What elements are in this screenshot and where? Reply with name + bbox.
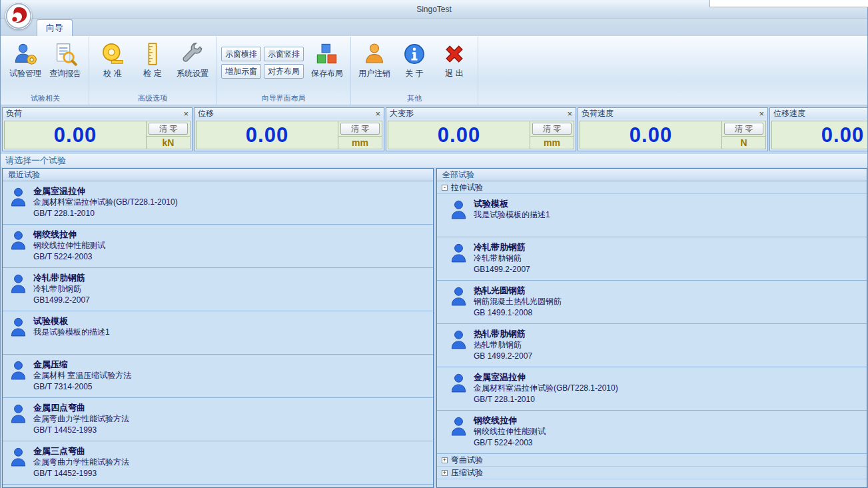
gauge-value: 0.00 bbox=[5, 121, 146, 149]
tree-group[interactable]: -拉伸试验 bbox=[437, 181, 867, 194]
ribbon-button-label: 退 出 bbox=[445, 68, 463, 79]
test-item-title: 试验模板 bbox=[33, 316, 110, 327]
about-button[interactable]: 关 于 bbox=[394, 39, 434, 79]
test-item[interactable]: 金属压缩金属材料 室温压缩试验方法GB/T 7314-2005 bbox=[3, 355, 433, 398]
test-item-standard: GB/T 14452-1993 bbox=[33, 425, 129, 436]
test-item-standard: GB/T 228.1-2010 bbox=[33, 208, 178, 219]
test-item-text: 试验模板我是试验模板的描述1 bbox=[33, 316, 110, 354]
gauge-side-column: 清 零mm bbox=[530, 121, 574, 149]
test-item-description: 金属材料室温拉伸试验(GB/T228.1-2010) bbox=[33, 197, 178, 208]
report-search-icon bbox=[53, 42, 77, 66]
ribbon-group-3: 用户注销关 于退 出其他 bbox=[351, 37, 478, 105]
test-item[interactable]: 冷轧带肋钢筋冷轧带肋钢筋GB1499.2-2007 bbox=[437, 237, 867, 281]
gauge-label: 大变形 bbox=[390, 108, 414, 119]
gauge-value: 0.00 bbox=[388, 121, 530, 149]
tree-group[interactable]: +压缩试验 bbox=[437, 467, 867, 479]
person-icon bbox=[10, 186, 27, 224]
person-icon bbox=[450, 415, 467, 453]
ribbon-group-caption: 向导界面布局 bbox=[217, 93, 350, 103]
close-icon[interactable]: × bbox=[183, 109, 189, 118]
query-report-button[interactable]: 查询报告 bbox=[45, 39, 85, 79]
system-settings-button[interactable]: 系统设置 bbox=[173, 39, 213, 79]
clear-zero-button[interactable]: 清 零 bbox=[724, 123, 763, 135]
verify-button[interactable]: 检 定 bbox=[133, 39, 173, 79]
person-icon bbox=[10, 446, 27, 484]
clear-zero-button[interactable]: 清 零 bbox=[532, 123, 572, 135]
ribbon-button-label: 检 定 bbox=[143, 68, 161, 79]
test-item-text: 金属压缩金属材料 室温压缩试验方法GB/T 7314-2005 bbox=[33, 359, 131, 397]
app-menu-button[interactable] bbox=[5, 3, 32, 29]
test-item-standard: GB/T 7314-2005 bbox=[33, 381, 131, 393]
close-icon[interactable]: × bbox=[759, 109, 764, 118]
ribbon-group-caption: 其他 bbox=[351, 93, 478, 103]
expand-icon[interactable]: + bbox=[442, 470, 448, 476]
test-item[interactable]: 冷轧带肋钢筋冷轧带肋钢筋GB1499.2-2007 bbox=[3, 268, 433, 311]
calibrate-button[interactable]: 校 准 bbox=[93, 39, 133, 79]
test-item-description: 热轧带肋钢筋 bbox=[474, 339, 532, 351]
test-item[interactable]: 金属四点弯曲金属弯曲力学性能试验方法GB/T 14452-1993 bbox=[3, 398, 433, 441]
gauge-header: 位移速度× bbox=[770, 108, 867, 119]
align-layout-button[interactable]: 对齐布局 bbox=[264, 64, 304, 79]
clear-zero-button[interactable]: 清 零 bbox=[340, 123, 380, 135]
test-item-title: 钢绞线拉伸 bbox=[474, 415, 546, 426]
test-item-title: 冷轧带肋钢筋 bbox=[474, 242, 530, 253]
close-icon[interactable]: × bbox=[375, 109, 380, 118]
close-icon[interactable]: × bbox=[567, 109, 572, 118]
test-item[interactable]: 试验模板我是试验模板的描述1 bbox=[3, 311, 433, 355]
test-item[interactable]: 热轧带肋钢筋热轧带肋钢筋GB 1499.2-2007 bbox=[437, 324, 867, 367]
test-item-title: 金属四点弯曲 bbox=[33, 403, 129, 413]
gauge-display: 0.00清 零mm bbox=[388, 121, 574, 149]
application-window: SingoTest 向导 试验管理查询报告试验相关校 准检 定系统设置高级选项示… bbox=[0, 0, 868, 488]
test-item[interactable]: 钢绞线拉伸钢绞线拉伸性能测试GB/T 5224-2003 bbox=[3, 225, 433, 268]
tree-group[interactable]: +弯曲试验 bbox=[437, 454, 867, 467]
test-item-text: 金属三点弯曲金属弯曲力学性能试验方法GB/T 14452-1993 bbox=[33, 446, 129, 484]
test-item-description: 我是试验模板的描述1 bbox=[474, 209, 550, 221]
ribbon-button-label: 校 准 bbox=[103, 68, 121, 79]
tab-wizard[interactable]: 向导 bbox=[37, 19, 73, 36]
person-icon bbox=[10, 359, 27, 397]
exit-button[interactable]: 退 出 bbox=[434, 39, 474, 79]
test-item[interactable]: 热轧光圆钢筋钢筋混凝土热轧光圆钢筋GB 1499.1-2008 bbox=[437, 281, 867, 324]
test-item[interactable]: 金属三点弯曲金属弯曲力学性能试验方法GB/T 14452-1993 bbox=[3, 441, 433, 485]
gauge-label: 位移速度 bbox=[773, 108, 805, 119]
test-item[interactable]: 金属室温拉伸金属材料室温拉伸试验(GB/T228.1-2010)GB/T 228… bbox=[437, 367, 867, 411]
background-window-fragment bbox=[709, 0, 868, 7]
save-layout-button[interactable]: 保存布局 bbox=[307, 39, 347, 79]
test-item-title: 金属室温拉伸 bbox=[474, 372, 618, 383]
test-item-title: 热轧光圆钢筋 bbox=[474, 285, 562, 296]
add-window-button[interactable]: 增加示窗 bbox=[221, 64, 261, 79]
test-selection-area: 最近试验 金属室温拉伸金属材料室温拉伸试验(GB/T228.1-2010)GB/… bbox=[1, 167, 867, 488]
test-item-title: 冷轧带肋钢筋 bbox=[33, 273, 90, 283]
test-item-title: 热轧带肋钢筋 bbox=[474, 329, 532, 339]
test-management-button[interactable]: 试验管理 bbox=[5, 39, 45, 79]
gauge-side-column: 清 零N bbox=[721, 121, 765, 149]
test-item-text: 冷轧带肋钢筋冷轧带肋钢筋GB1499.2-2007 bbox=[474, 242, 530, 280]
test-item-title: 金属压缩 bbox=[33, 359, 131, 370]
person-icon bbox=[450, 329, 467, 367]
test-item[interactable]: 钢绞线拉伸钢绞线拉伸性能测试GB/T 5224-2003 bbox=[437, 411, 867, 454]
test-item-text: 钢绞线拉伸钢绞线拉伸性能测试GB/T 5224-2003 bbox=[33, 229, 105, 267]
user-logout-button[interactable]: 用户注销 bbox=[354, 39, 394, 79]
clear-zero-button[interactable]: 清 零 bbox=[149, 123, 188, 135]
test-item-text: 热轧光圆钢筋钢筋混凝土热轧光圆钢筋GB 1499.1-2008 bbox=[474, 285, 562, 323]
gauge-value: 0.00 bbox=[580, 121, 721, 149]
gauge-header: 负荷× bbox=[3, 108, 192, 119]
window-horizontal-button[interactable]: 示窗横排 bbox=[221, 47, 261, 61]
ribbon-button-label: 关 于 bbox=[405, 68, 423, 79]
test-item-standard: GB1499.2-2007 bbox=[474, 264, 530, 275]
test-item[interactable]: 试验模板我是试验模板的描述1 bbox=[437, 194, 867, 237]
test-item-description: 金属弯曲力学性能试验方法 bbox=[33, 457, 129, 468]
test-item-description: 金属材料 室温压缩试验方法 bbox=[33, 370, 131, 381]
recent-tests-header: 最近试验 bbox=[3, 169, 433, 181]
ribbon-button-label: 系统设置 bbox=[177, 68, 209, 79]
collapse-icon[interactable]: - bbox=[442, 185, 448, 191]
test-item-description: 钢绞线拉伸性能测试 bbox=[33, 240, 105, 251]
gauge-header: 负荷速度× bbox=[578, 108, 767, 119]
gauge-displacement: 位移×0.00清 零mm bbox=[194, 107, 384, 151]
all-tests-panel: 全部试验 -拉伸试验试验模板我是试验模板的描述1冷轧带肋钢筋冷轧带肋钢筋GB14… bbox=[436, 168, 867, 488]
test-item[interactable]: 金属室温拉伸金属材料室温拉伸试验(GB/T228.1-2010)GB/T 228… bbox=[3, 181, 433, 225]
test-item-title: 金属室温拉伸 bbox=[33, 186, 178, 197]
window-vertical-button[interactable]: 示窗竖排 bbox=[264, 47, 304, 61]
test-item-description: 钢筋混凝土热轧光圆钢筋 bbox=[474, 296, 562, 307]
expand-icon[interactable]: + bbox=[442, 457, 448, 463]
